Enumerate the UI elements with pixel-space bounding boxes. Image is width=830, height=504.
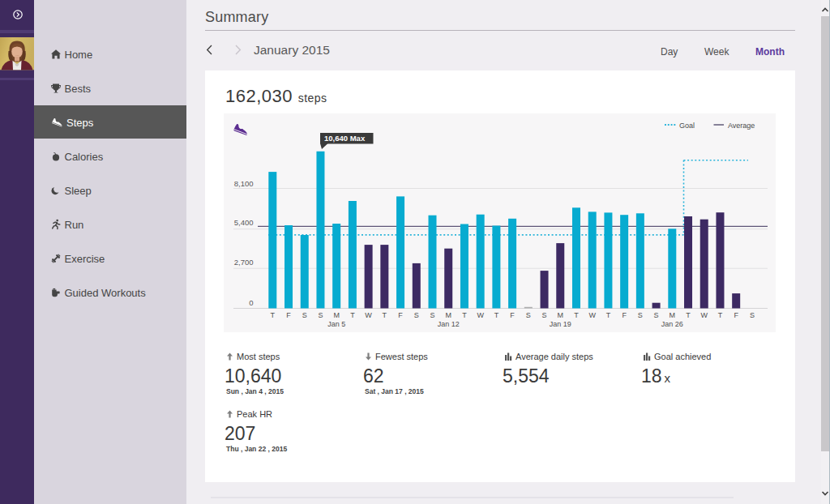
svg-text:S: S [638, 310, 643, 318]
svg-text:F: F [286, 310, 291, 318]
svg-text:M: M [445, 310, 451, 318]
svg-text:8,100: 8,100 [234, 178, 254, 187]
svg-text:Jan 5: Jan 5 [327, 319, 345, 327]
svg-text:W: W [588, 310, 596, 318]
svg-text:S: S [526, 310, 531, 318]
svg-text:S: S [318, 310, 323, 318]
svg-text:F: F [398, 310, 403, 318]
svg-text:5,400: 5,400 [234, 218, 254, 227]
svg-text:2,700: 2,700 [234, 258, 254, 267]
svg-text:Jan 26: Jan 26 [661, 319, 683, 327]
svg-text:S: S [542, 310, 547, 318]
svg-text:T: T [383, 310, 387, 318]
svg-text:T: T [574, 310, 579, 318]
svg-text:F: F [622, 310, 627, 318]
svg-text:S: S [414, 310, 419, 318]
svg-text:M: M [333, 310, 340, 318]
svg-text:T: T [271, 310, 276, 318]
svg-text:T: T [462, 310, 467, 318]
svg-text:S: S [654, 310, 659, 318]
svg-text:W: W [365, 310, 372, 318]
svg-text:Average: Average [728, 122, 755, 130]
svg-text:Jan 12: Jan 12 [438, 319, 460, 327]
svg-text:W: W [477, 310, 484, 318]
svg-text:M: M [558, 310, 564, 318]
svg-text:S: S [302, 310, 307, 318]
svg-text:T: T [686, 310, 691, 318]
svg-text:Goal: Goal [679, 122, 695, 130]
svg-text:T: T [494, 310, 499, 318]
svg-text:T: T [350, 310, 355, 318]
svg-text:W: W [700, 310, 708, 318]
svg-text:F: F [734, 310, 738, 318]
svg-text:S: S [750, 310, 755, 318]
svg-text:Jan 19: Jan 19 [550, 319, 571, 327]
svg-text:F: F [510, 310, 515, 318]
svg-text:T: T [606, 310, 611, 318]
svg-text:10,640 Max: 10,640 Max [324, 134, 366, 143]
svg-text:T: T [718, 310, 723, 318]
svg-text:0: 0 [249, 297, 253, 306]
svg-text:M: M [670, 310, 676, 318]
svg-text:S: S [430, 310, 434, 318]
